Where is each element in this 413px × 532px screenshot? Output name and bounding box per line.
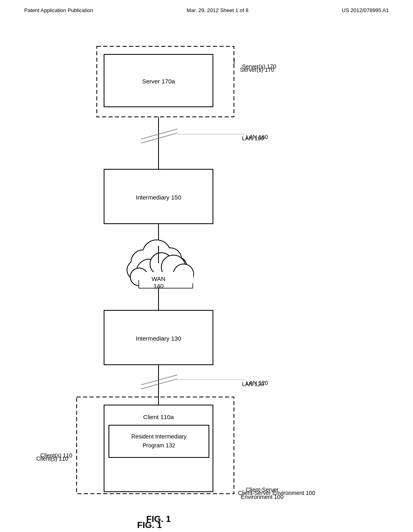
- svg-line-4: [234, 58, 234, 66]
- lan-120-label: LAN 120: [242, 381, 264, 387]
- clients-group-label: Client(s) 110: [36, 455, 68, 462]
- svg-line-7: [141, 133, 177, 143]
- intermediary-150-box: [104, 169, 213, 224]
- header-right: US 2012/078995 A1: [342, 7, 389, 13]
- svg-line-6: [141, 129, 177, 139]
- header-left: Patent Application Publication: [24, 7, 93, 13]
- page-header: Patent Application Publication Mar. 29, …: [0, 0, 413, 13]
- server-170a-box: [104, 54, 213, 107]
- svg-line-31: [141, 379, 177, 389]
- intermediary-130-box: [104, 310, 213, 365]
- header-center: Mar. 29, 2012 Sheet 1 of 8: [187, 7, 248, 13]
- svg-line-30: [141, 375, 177, 385]
- lan-160-label: LAN 160: [242, 135, 264, 141]
- client-server-env-label: Client-Server Environment 100: [238, 490, 315, 496]
- servers-group-label: Server(s) 170: [240, 66, 274, 73]
- fig-label: FIG. 1: [137, 520, 162, 530]
- wan-140-cloud: [133, 244, 196, 288]
- resident-intermediary-box: [109, 425, 209, 457]
